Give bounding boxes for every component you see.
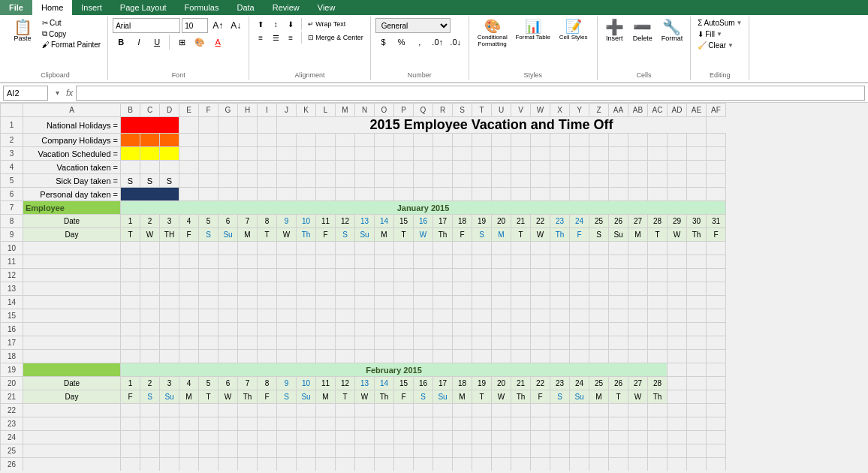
font-color-button[interactable]: A <box>209 35 226 50</box>
cell-M9[interactable]: S <box>336 228 355 242</box>
cell-U9[interactable]: M <box>492 228 511 242</box>
insert-button[interactable]: ➕ Insert <box>602 18 627 44</box>
col-header-C[interactable]: C <box>140 104 160 117</box>
cell-P8[interactable]: 15 <box>394 215 414 228</box>
tab-data[interactable]: Data <box>228 0 263 15</box>
cell-Q6[interactable] <box>414 188 433 201</box>
cell-K9[interactable]: Th <box>297 228 316 242</box>
cell-AE6[interactable] <box>687 188 707 201</box>
cell-AF4[interactable] <box>707 161 726 174</box>
underline-button[interactable]: U <box>149 35 165 50</box>
cell-Z9[interactable]: S <box>589 228 609 242</box>
cell-A8[interactable]: Date <box>23 215 121 228</box>
cell-E3[interactable] <box>179 147 199 161</box>
col-header-AC[interactable]: AC <box>648 104 668 117</box>
cell-J2[interactable] <box>277 134 297 147</box>
cell-H20[interactable]: 7 <box>238 377 258 390</box>
cell-O20[interactable]: 14 <box>375 377 394 390</box>
cell-J4[interactable] <box>277 161 297 174</box>
align-left-button[interactable]: ≡ <box>254 32 267 44</box>
cell-A5[interactable]: Sick Day taken = <box>23 174 121 188</box>
cell-AE5[interactable] <box>687 174 707 188</box>
cell-V9[interactable]: T <box>511 228 531 242</box>
cell-P20[interactable]: 15 <box>394 377 414 390</box>
cell-AC4[interactable] <box>648 161 668 174</box>
col-header-I[interactable]: I <box>258 104 277 117</box>
align-top-button[interactable]: ⬆ <box>254 18 267 30</box>
cell-reference-input[interactable] <box>3 86 48 101</box>
cell-AA21[interactable]: T <box>609 390 628 404</box>
cell-H1[interactable] <box>238 117 258 134</box>
tab-review[interactable]: Review <box>264 0 309 15</box>
font-size-input[interactable] <box>182 18 208 33</box>
cell-F20[interactable]: 5 <box>199 377 219 390</box>
cell-D9[interactable]: TH <box>160 228 179 242</box>
cell-H5[interactable] <box>238 174 258 188</box>
cell-L9[interactable]: F <box>316 228 336 242</box>
cell-X21[interactable]: S <box>550 390 570 404</box>
cell-G6[interactable] <box>219 188 238 201</box>
cell-AA5[interactable] <box>609 174 628 188</box>
cell-U5[interactable] <box>492 174 511 188</box>
cell-U4[interactable] <box>492 161 511 174</box>
cell-N5[interactable] <box>355 174 375 188</box>
cell-E6[interactable] <box>179 188 199 201</box>
cell-G2[interactable] <box>219 134 238 147</box>
cell-S5[interactable] <box>453 174 472 188</box>
cell-L2[interactable] <box>316 134 336 147</box>
wrap-text-button[interactable]: ↵ Wrap Text <box>306 20 348 29</box>
cell-AD20[interactable] <box>668 377 687 390</box>
cell-AB5[interactable] <box>628 174 648 188</box>
cell-I3[interactable] <box>258 147 277 161</box>
cell-O8[interactable]: 14 <box>375 215 394 228</box>
cell-AB2[interactable] <box>628 134 648 147</box>
cell-AF8[interactable]: 31 <box>707 215 726 228</box>
percent-button[interactable]: % <box>393 35 410 50</box>
cell-X4[interactable] <box>550 161 570 174</box>
cell-L5[interactable] <box>316 174 336 188</box>
cell-G1[interactable] <box>219 117 238 134</box>
cell-M4[interactable] <box>336 161 355 174</box>
cell-K5[interactable] <box>297 174 316 188</box>
number-format-select[interactable]: General <box>375 18 451 33</box>
cell-I5[interactable] <box>258 174 277 188</box>
col-header-AE[interactable]: AE <box>687 104 707 117</box>
align-right-button[interactable]: ≡ <box>284 32 297 44</box>
cell-C4[interactable] <box>140 161 160 174</box>
decrease-font-button[interactable]: A↓ <box>228 18 244 33</box>
format-button[interactable]: 🔧 Format <box>659 18 686 44</box>
cell-C8[interactable]: 2 <box>140 215 160 228</box>
cell-T5[interactable] <box>472 174 492 188</box>
tab-insert[interactable]: Insert <box>72 0 111 15</box>
cell-V5[interactable] <box>511 174 531 188</box>
col-header-R[interactable]: R <box>433 104 453 117</box>
cell-AF5[interactable] <box>707 174 726 188</box>
cell-AF21[interactable] <box>707 390 726 404</box>
cell-S9[interactable]: F <box>453 228 472 242</box>
cell-W8[interactable]: 22 <box>531 215 550 228</box>
cell-AC6[interactable] <box>648 188 668 201</box>
cell-X3[interactable] <box>550 147 570 161</box>
copy-button[interactable]: ⧉ Copy <box>40 29 103 39</box>
cell-AA6[interactable] <box>609 188 628 201</box>
cell-H3[interactable] <box>238 147 258 161</box>
cell-V3[interactable] <box>511 147 531 161</box>
cell-T3[interactable] <box>472 147 492 161</box>
cell-C20[interactable]: 2 <box>140 377 160 390</box>
cell-B4[interactable] <box>121 161 140 174</box>
cell-A4[interactable]: Vacation taken = <box>23 161 121 174</box>
cell-AC2[interactable] <box>648 134 668 147</box>
cell-AD5[interactable] <box>668 174 687 188</box>
cell-AF20[interactable] <box>707 377 726 390</box>
cell-P4[interactable] <box>394 161 414 174</box>
cell-AE9[interactable]: Th <box>687 228 707 242</box>
cell-Y4[interactable] <box>570 161 589 174</box>
cell-W6[interactable] <box>531 188 550 201</box>
cell-I6[interactable] <box>258 188 277 201</box>
cell-R9[interactable]: Th <box>433 228 453 242</box>
cell-P9[interactable]: T <box>394 228 414 242</box>
cell-H6[interactable] <box>238 188 258 201</box>
cell-AB6[interactable] <box>628 188 648 201</box>
tab-page-layout[interactable]: Page Layout <box>111 0 176 15</box>
cell-AB20[interactable]: 27 <box>628 377 648 390</box>
